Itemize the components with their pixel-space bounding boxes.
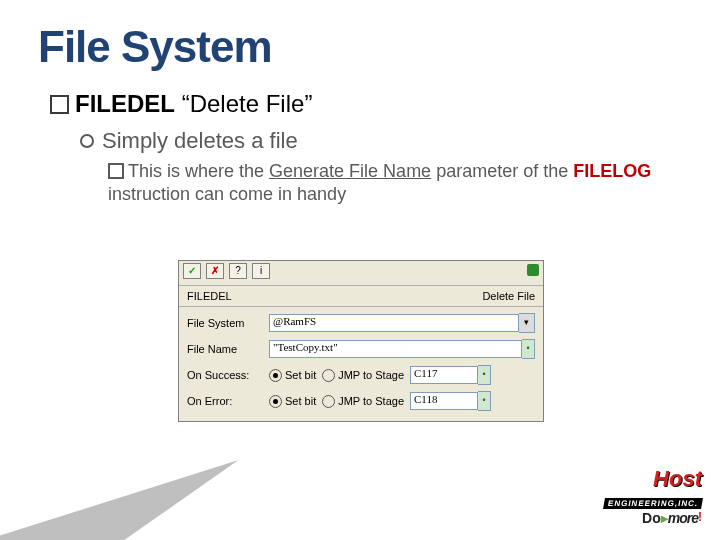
slide-title: File System xyxy=(38,22,272,72)
domore-excl: ! xyxy=(698,510,702,524)
b3-underline: Generate File Name xyxy=(269,161,431,181)
onsuccess-field[interactable]: C117 xyxy=(410,366,478,384)
square-bullet-icon xyxy=(108,163,124,179)
filename-tag-icon[interactable]: • xyxy=(522,339,535,359)
filesystem-label: File System xyxy=(187,317,269,329)
accept-button[interactable]: ✓ xyxy=(183,263,201,279)
b3-filelog: FILELOG xyxy=(573,161,651,181)
circle-bullet-icon xyxy=(80,134,94,148)
onerror-field[interactable]: C118 xyxy=(410,392,478,410)
domore-more: more xyxy=(668,510,698,526)
filename-input[interactable]: "TestCopy.txt" xyxy=(269,340,522,358)
bullet-level3: This is where the Generate File Name par… xyxy=(108,160,668,207)
radio-off-icon xyxy=(322,369,335,382)
chevron-down-icon[interactable]: ▾ xyxy=(519,313,535,333)
cancel-button[interactable]: ✗ xyxy=(206,263,224,279)
decorative-triangle xyxy=(0,460,239,540)
dialog-toolbar: ✓ ✗ ? i xyxy=(179,261,543,286)
filedel-dialog: ✓ ✗ ? i FILEDEL Delete File File System … xyxy=(178,260,544,422)
engineering-logo-text: ENGINEERING,INC. xyxy=(603,498,703,509)
b3-tail: instruction can come in handy xyxy=(108,184,346,204)
bullet-level1: FILEDEL “Delete File” xyxy=(50,90,312,118)
onsuccess-label: On Success: xyxy=(187,369,269,381)
radio-on-icon xyxy=(269,369,282,382)
filename-label: File Name xyxy=(187,343,269,355)
onerror-label: On Error: xyxy=(187,395,269,407)
onsuccess-setbit-radio[interactable]: Set bit xyxy=(269,369,316,382)
info-button[interactable]: i xyxy=(252,263,270,279)
b3-post: parameter of the xyxy=(431,161,573,181)
footer-logo: Host ENGINEERING,INC. Do▸more! xyxy=(604,466,702,526)
bullet1-rest: “Delete File” xyxy=(175,90,312,117)
host-logo-text: Host xyxy=(653,466,702,491)
domore-do: Do xyxy=(642,510,661,526)
square-bullet-icon xyxy=(50,95,69,114)
domore-logo: Do▸more! xyxy=(604,510,702,526)
arrow-right-icon: ▸ xyxy=(661,510,668,526)
filesystem-select[interactable]: @RamFS xyxy=(269,314,519,332)
radio-off-icon xyxy=(322,395,335,408)
status-dot-icon xyxy=(527,264,539,276)
help-button[interactable]: ? xyxy=(229,263,247,279)
onsuccess-tag-icon[interactable]: • xyxy=(478,365,491,385)
dialog-header-left: FILEDEL xyxy=(187,290,232,302)
radio-on-icon xyxy=(269,395,282,408)
b3-pre: This is where the xyxy=(128,161,269,181)
onsuccess-jmp-radio[interactable]: JMP to Stage xyxy=(322,369,404,382)
bullet2-text: Simply deletes a file xyxy=(102,128,298,153)
onerror-jmp-radio[interactable]: JMP to Stage xyxy=(322,395,404,408)
bullet-level2: Simply deletes a file xyxy=(80,128,298,154)
filedel-keyword: FILEDEL xyxy=(75,90,175,117)
onerror-setbit-radio[interactable]: Set bit xyxy=(269,395,316,408)
dialog-header-right: Delete File xyxy=(482,290,535,302)
dialog-header: FILEDEL Delete File xyxy=(179,286,543,307)
onerror-tag-icon[interactable]: • xyxy=(478,391,491,411)
